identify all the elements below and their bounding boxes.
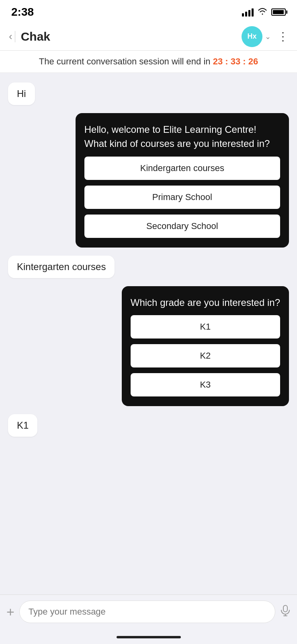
avatar[interactable]: Hx — [242, 26, 262, 47]
user-message-3: K1 — [8, 414, 289, 437]
wifi-icon — [258, 8, 267, 17]
option-kindergarten[interactable]: Kindergarten courses — [84, 157, 280, 180]
bot-message-2: Which grade are you interested in? K1 K2… — [8, 286, 289, 407]
bot-message-1: Hello, welcome to Elite Learning Centre!… — [8, 113, 289, 248]
session-text: The current conversation session will en… — [39, 56, 213, 66]
option-k2[interactable]: K2 — [131, 344, 280, 367]
option-secondary-school[interactable]: Secondary School — [84, 215, 280, 238]
bot-card-1: Hello, welcome to Elite Learning Centre!… — [76, 113, 289, 248]
svg-rect-0 — [283, 605, 287, 612]
message-input-wrap — [19, 601, 275, 623]
chat-area: Hi Hello, welcome to Elite Learning Cent… — [0, 73, 297, 594]
message-input[interactable] — [29, 607, 266, 617]
user-bubble-3: K1 — [8, 414, 37, 437]
user-bubble-1: Hi — [8, 83, 35, 105]
more-options-button[interactable]: ⋮ — [277, 30, 288, 43]
battery-icon — [271, 8, 286, 16]
bot-text-2: Which grade are you interested in? — [131, 296, 280, 310]
user-message-2: Kintergarten courses — [8, 256, 289, 278]
bot-card-2: Which grade are you interested in? K1 K2… — [122, 286, 289, 407]
option-primary-school[interactable]: Primary School — [84, 186, 280, 209]
nav-divider — [15, 31, 15, 42]
session-banner: The current conversation session will en… — [0, 51, 297, 73]
signal-icon — [242, 8, 254, 17]
nav-bar: ‹ Chak Hx ⌄ ⋮ — [0, 23, 297, 51]
chat-title: Chak — [21, 30, 242, 43]
back-button[interactable]: ‹ — [9, 30, 12, 43]
mic-icon[interactable] — [280, 605, 291, 619]
option-k3[interactable]: K3 — [131, 373, 280, 396]
user-bubble-2: Kintergarten courses — [8, 256, 115, 278]
status-time: 2:38 — [11, 6, 34, 19]
input-bar: + — [0, 594, 297, 632]
bot-text-1: Hello, welcome to Elite Learning Centre!… — [84, 123, 280, 151]
option-k1[interactable]: K1 — [131, 315, 280, 339]
add-button[interactable]: + — [6, 604, 14, 620]
home-indicator — [0, 632, 297, 644]
session-timer: 23 : 33 : 26 — [213, 56, 258, 66]
chevron-down-icon[interactable]: ⌄ — [265, 32, 271, 41]
status-bar: 2:38 — [0, 0, 297, 23]
status-icons — [242, 8, 286, 17]
user-message-1: Hi — [8, 83, 289, 105]
home-bar — [117, 636, 181, 638]
